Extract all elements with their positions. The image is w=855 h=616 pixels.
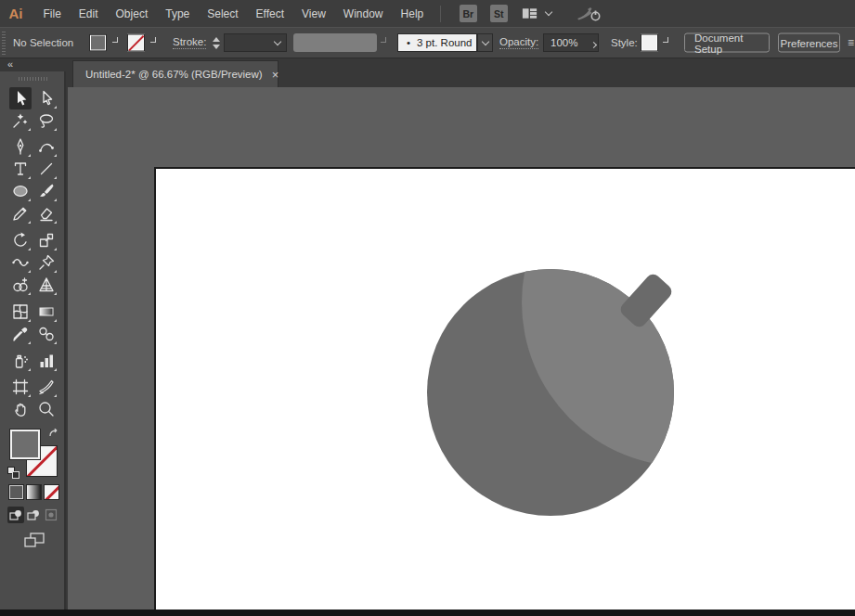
shape-builder-tool[interactable] (9, 274, 32, 296)
gpu-performance[interactable] (576, 5, 603, 23)
app-logo: Ai (0, 6, 32, 21)
slice-tool[interactable] (35, 376, 58, 398)
curvature-tool[interactable] (35, 135, 58, 158)
style-label: Style: (611, 37, 638, 48)
type-icon (11, 160, 30, 178)
rotate-tool[interactable] (9, 229, 32, 251)
selection-tool[interactable] (9, 87, 32, 109)
menu-window[interactable]: Window (334, 0, 392, 27)
default-fill-stroke-icon[interactable] (7, 467, 19, 479)
rotate-icon (11, 231, 30, 250)
canvas-area[interactable] (68, 87, 855, 610)
paintbrush-tool[interactable] (35, 180, 58, 202)
shape-builder-icon (11, 276, 30, 294)
change-screen-mode-button[interactable] (22, 530, 46, 553)
fill-chevron-icon[interactable] (112, 37, 118, 43)
opacity-field[interactable]: 100% (543, 33, 599, 52)
eraser-icon (37, 204, 56, 223)
hand-tool[interactable] (9, 398, 32, 420)
gradient-icon (37, 302, 56, 321)
draw-behind-button[interactable] (25, 507, 42, 523)
illustrator-window: Ai File Edit Object Type Select Effect V… (0, 0, 855, 616)
document-setup-button[interactable]: Document Setup (684, 33, 770, 53)
scale-tool[interactable] (35, 229, 58, 251)
magic-wand-tool[interactable] (9, 109, 32, 132)
menu-edit[interactable]: Edit (70, 0, 107, 27)
swap-fill-stroke-icon[interactable] (47, 427, 61, 441)
menu-select[interactable]: Select (199, 0, 247, 27)
type-tool[interactable] (9, 158, 32, 180)
menu-object[interactable]: Object (107, 0, 157, 27)
menu-view[interactable]: View (293, 0, 335, 27)
brush-definition-field[interactable]: • 3 pt. Round (397, 33, 477, 52)
mesh-tool[interactable] (9, 301, 32, 323)
eraser-tool[interactable] (35, 202, 58, 225)
pencil-tool[interactable] (9, 202, 32, 225)
document-tab[interactable]: Untitled-2* @ 66.67% (RGB/Preview) × (72, 60, 279, 87)
perspective-grid-tool[interactable] (35, 274, 58, 296)
brush-definition-chevron[interactable] (477, 33, 493, 52)
perspective-grid-icon (37, 276, 56, 294)
menu-help[interactable]: Help (392, 0, 433, 27)
stepper-up-icon[interactable] (213, 37, 220, 42)
gradient-tool[interactable] (35, 301, 58, 323)
pen-tool[interactable] (9, 135, 32, 158)
selection-icon (11, 89, 30, 108)
panel-menu-icon[interactable]: ≡ (848, 36, 855, 49)
color-mode-button[interactable] (8, 484, 24, 500)
tab-close-icon[interactable]: × (272, 69, 279, 81)
style-chevron-icon[interactable] (663, 37, 668, 43)
screen-mode-icon (22, 530, 46, 550)
pencil-icon (11, 204, 30, 223)
stroke-color-swatch[interactable] (127, 34, 145, 52)
eyedropper-tool[interactable] (9, 323, 32, 345)
blend-icon (37, 325, 56, 343)
collapse-panel-icon[interactable]: « (7, 58, 12, 70)
stroke-weight-stepper[interactable] (211, 34, 221, 51)
width-tool[interactable] (9, 251, 32, 274)
chevron-down-icon[interactable] (544, 8, 551, 16)
blend-tool[interactable] (35, 323, 58, 345)
stroke-weight-dropdown[interactable] (224, 33, 287, 52)
direct-selection-icon (37, 89, 56, 108)
stroke-chevron-icon[interactable] (150, 37, 156, 43)
chevron-down-icon[interactable] (274, 38, 281, 45)
style-swatch[interactable] (641, 34, 658, 52)
gradient-mode-button[interactable] (26, 484, 42, 500)
mesh-icon (11, 302, 30, 321)
fill-color-control[interactable] (9, 429, 41, 460)
symbol-sprayer-tool[interactable] (9, 350, 32, 372)
draw-normal-button[interactable] (7, 507, 24, 523)
stock-button[interactable]: St (490, 5, 508, 22)
draw-inside-icon (44, 507, 58, 522)
menu-effect[interactable]: Effect (247, 0, 292, 27)
lasso-tool[interactable] (35, 109, 58, 132)
column-graph-tool[interactable] (35, 350, 58, 372)
ellipse-tool[interactable] (9, 180, 32, 202)
line-segment-tool[interactable] (35, 158, 58, 180)
menu-file[interactable]: File (34, 0, 70, 27)
selection-status: No Selection (13, 37, 73, 48)
bridge-button[interactable]: Br (460, 5, 477, 22)
tools-panel-grip[interactable] (19, 77, 47, 81)
stroke-weight-label[interactable]: Stroke: (173, 36, 206, 49)
direct-selection-tool[interactable] (35, 87, 58, 109)
control-bar: No Selection Stroke: • 3 pt. Round Opaci… (0, 27, 855, 58)
fill-color-swatch[interactable] (89, 34, 107, 52)
symbol-sprayer-icon (11, 352, 30, 370)
workspace-switcher[interactable] (521, 5, 551, 22)
menu-type[interactable]: Type (157, 0, 199, 27)
slice-icon (37, 378, 56, 396)
artboard-tool[interactable] (9, 376, 32, 398)
document-tab-title: Untitled-2* @ 66.67% (RGB/Preview) (85, 69, 263, 80)
zoom-tool[interactable] (35, 398, 58, 420)
stepper-down-icon[interactable] (213, 45, 220, 49)
menubar-divider (440, 6, 441, 22)
line-segment-icon (37, 160, 56, 178)
preferences-button[interactable]: Preferences (778, 33, 840, 53)
draw-inside-button[interactable] (43, 507, 59, 523)
panel-grip[interactable] (2, 31, 6, 55)
none-mode-button[interactable] (44, 484, 59, 500)
opacity-label[interactable]: Opacity: (499, 36, 538, 49)
free-transform-tool[interactable] (35, 251, 58, 274)
